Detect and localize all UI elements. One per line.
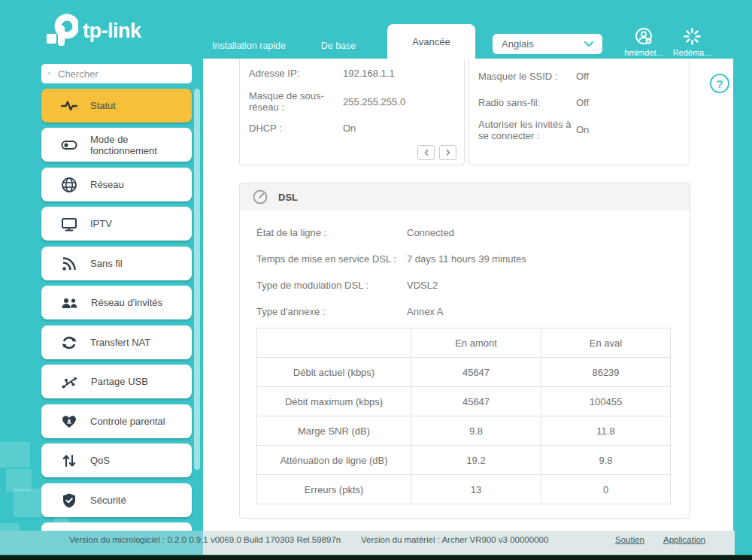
row-label: Marge SNR (dB) <box>257 416 411 446</box>
language-value: Anglais <box>502 38 534 50</box>
account-icon <box>635 27 653 46</box>
sidebar-scrollbar[interactable] <box>194 89 200 470</box>
dsl-row-label: Type de modulation DSL : <box>256 280 368 291</box>
sidebar-item-label: Sécurité <box>90 495 126 506</box>
reboot-label: Redéma... <box>673 48 711 57</box>
dsl-stats-table: En amont En aval Débit actuel (kbps) 456… <box>256 328 671 504</box>
dsl-row-label: Type d'annexe : <box>256 306 325 317</box>
dsl-row-label: État de la ligne : <box>256 227 326 238</box>
wifi-row-label: Autoriser les invités à se connecter : <box>478 119 572 141</box>
sidebar-item-label: QoS <box>90 455 110 466</box>
table-row: Débit maximum (kbps) 45647 100455 <box>257 387 671 416</box>
sidebar-item-reseau-invites[interactable]: Réseau d'invités <box>41 286 192 319</box>
chevron-left-icon <box>423 149 429 156</box>
row-label: Erreurs (pkts) <box>257 475 411 504</box>
dsl-title: DSL <box>278 192 298 203</box>
prev-page-button[interactable] <box>417 145 435 160</box>
chevron-right-icon <box>445 149 451 156</box>
sidebar-item-label: Controle parental <box>90 416 165 427</box>
table-header-empty <box>257 328 411 358</box>
application-link[interactable]: Application <box>663 535 705 544</box>
table-header-downstream: En aval <box>541 328 671 358</box>
wifi-icon <box>61 256 77 272</box>
heart-icon <box>61 413 77 430</box>
reboot-spinner-icon <box>683 27 702 46</box>
wifi-row-value: On <box>576 124 589 135</box>
lan-row-label: Adresse IP: <box>249 68 299 79</box>
dsl-row-value: Connected <box>407 227 454 238</box>
lan-row-value: 255.255.255.0 <box>343 96 405 107</box>
table-row: Erreurs (pkts) 13 0 <box>257 475 671 504</box>
dsl-row-value: Annex A <box>407 306 443 317</box>
row-down-value: 86239 <box>541 358 671 387</box>
decor-square <box>0 442 30 468</box>
row-up-value: 9.8 <box>411 416 541 446</box>
sidebar-item-statut[interactable]: Statut <box>41 89 192 123</box>
sidebar-item-partage-usb[interactable]: Partage USB <box>41 365 192 398</box>
lan-row-value: 192.168.1.1 <box>343 68 395 79</box>
tab-de-base[interactable]: De base <box>321 41 356 51</box>
row-up-value: 19.2 <box>411 446 541 475</box>
tab-installation-rapide[interactable]: Installation rapide <box>212 41 286 51</box>
usb-icon <box>61 374 78 390</box>
sidebar-item-sans-fil[interactable]: Sans fil <box>41 247 192 280</box>
dsl-row-value: VDSL2 <box>407 280 438 291</box>
sidebar-item-controle-parental[interactable]: Controle parental <box>41 404 192 438</box>
sidebar-item-label: Sans fil <box>90 258 123 269</box>
sidebar-item-iptv[interactable]: IPTV <box>41 207 192 241</box>
router-admin-page: tp-link Installation rapide De base Avan… <box>0 0 752 560</box>
chevron-down-icon <box>584 41 593 47</box>
sidebar-search <box>41 64 192 83</box>
language-select[interactable]: Anglais <box>493 34 602 54</box>
wifi-row-label: Radio sans-fil: <box>478 97 540 108</box>
help-button[interactable]: ? <box>710 74 729 93</box>
sidebar-item-securite[interactable]: Sécurité <box>41 483 192 517</box>
main-content: Adresse IP: 192.168.1.1 Masque de sous-r… <box>203 59 733 531</box>
sidebar-item-label: Statut <box>90 100 116 111</box>
sidebar-item-label: Mode de fonctionnement <box>90 134 192 156</box>
shield-check-icon <box>61 492 77 509</box>
hardware-version-text: Version du matériel : Archer VR900 v3 00… <box>361 535 548 544</box>
sidebar-item-label: IPTV <box>90 218 112 229</box>
sidebar-item-reseau[interactable]: Réseau <box>41 168 192 201</box>
sidebar-item-transfert-nat[interactable]: Transfert NAT <box>41 325 192 359</box>
row-up-value: 45647 <box>411 387 541 416</box>
tp-link-logo: tp-link <box>47 14 141 48</box>
tab-avancee[interactable]: Avancée <box>387 24 475 59</box>
search-icon <box>47 67 51 80</box>
sidebar-item-label: Réseau <box>90 179 124 190</box>
row-label: Débit actuel (kbps) <box>257 358 411 387</box>
row-down-value: 11.8 <box>541 416 671 446</box>
decor-square <box>14 489 45 517</box>
sidebar-item-partial[interactable] <box>41 522 192 531</box>
up-down-arrows-icon <box>61 453 77 469</box>
sidebar-item-label: Transfert NAT <box>90 337 150 348</box>
row-up-value: 45647 <box>411 358 541 387</box>
row-label: Atténuation de ligne (dB) <box>257 446 411 475</box>
monitor-icon <box>61 216 77 232</box>
table-row: Débit actuel (kbps) 45647 86239 <box>257 358 671 387</box>
wifi-row-label: Masquer le SSID : <box>478 71 558 82</box>
globe-icon <box>61 177 77 193</box>
lan-row-value: On <box>343 123 356 134</box>
sidebar-item-qos[interactable]: QoS <box>41 443 192 477</box>
tab-avancee-label: Avancée <box>412 36 450 47</box>
search-input[interactable] <box>56 68 192 80</box>
row-up-value: 13 <box>411 475 541 504</box>
sidebar-item-mode-de-fonctionnement[interactable]: Mode de fonctionnement <box>41 128 192 162</box>
row-down-value: 0 <box>541 475 671 504</box>
logo-text: tp-link <box>83 20 141 43</box>
table-header-row: En amont En aval <box>257 328 671 358</box>
wifi-row-value: Off <box>576 97 589 108</box>
circular-arrows-icon <box>61 334 77 351</box>
reboot-button[interactable]: Redéma... <box>669 27 714 57</box>
account-button[interactable]: hmimdet... <box>621 27 666 57</box>
row-down-value: 9.8 <box>541 446 671 475</box>
toggle-icon <box>61 137 77 153</box>
support-link[interactable]: Soutien <box>615 535 644 544</box>
dsl-row-value: 7 days 11 hours 39 minutes <box>407 253 526 265</box>
pulse-icon <box>61 98 77 114</box>
next-page-button[interactable] <box>439 145 456 160</box>
row-down-value: 100455 <box>541 387 671 416</box>
sidebar-item-label: Réseau d'invités <box>91 297 162 308</box>
